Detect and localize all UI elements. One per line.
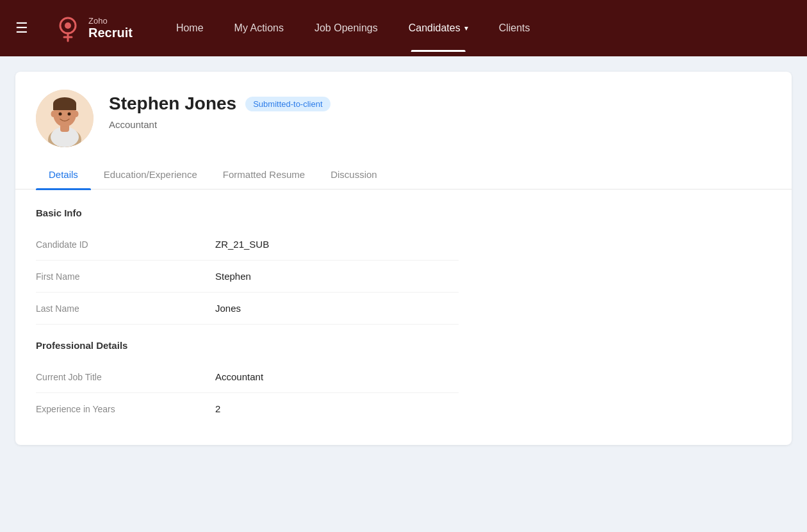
profile-name: Stephen Jones xyxy=(109,93,236,114)
svg-point-9 xyxy=(59,113,62,116)
field-value-first-name: Stephen xyxy=(215,271,251,282)
status-badge: Submitted-to-client xyxy=(245,97,330,111)
field-label-current-job-title: Current Job Title xyxy=(36,372,215,382)
svg-rect-8 xyxy=(53,104,76,110)
tab-details[interactable]: Details xyxy=(36,160,91,189)
professional-details-title: Professional Details xyxy=(36,340,771,351)
svg-point-1 xyxy=(65,22,71,29)
field-first-name: First Name Stephen xyxy=(36,261,459,293)
field-candidate-id: Candidate ID ZR_21_SUB xyxy=(36,229,459,261)
field-last-name: Last Name Jones xyxy=(36,293,459,325)
hamburger-menu[interactable]: ☰ xyxy=(15,20,28,36)
logo-zoho-text: Zoho xyxy=(88,17,133,26)
nav-job-openings[interactable]: Job Openings xyxy=(299,4,393,52)
svg-point-12 xyxy=(74,111,79,117)
field-value-last-name: Jones xyxy=(215,303,241,314)
field-label-candidate-id: Candidate ID xyxy=(36,239,215,250)
profile-name-row: Stephen Jones Submitted-to-client xyxy=(109,93,771,114)
profile-card: Stephen Jones Submitted-to-client Accoun… xyxy=(15,72,792,445)
avatar-image xyxy=(36,90,94,147)
nav-clients[interactable]: Clients xyxy=(484,4,546,52)
nav-my-actions[interactable]: My Actions xyxy=(219,4,299,52)
field-label-first-name: First Name xyxy=(36,271,215,282)
svg-point-10 xyxy=(68,113,71,116)
section-spacer xyxy=(36,325,771,340)
tabs: Details Education/Experience Formatted R… xyxy=(15,160,792,189)
nav-home[interactable]: Home xyxy=(161,4,219,52)
logo[interactable]: Zoho Recruit xyxy=(54,14,133,42)
nav-candidates[interactable]: Candidates ▾ xyxy=(393,4,484,52)
field-current-job-title: Current Job Title Accountant xyxy=(36,361,459,393)
chevron-down-icon: ▾ xyxy=(464,24,468,33)
main-content: Stephen Jones Submitted-to-client Accoun… xyxy=(0,56,807,460)
field-value-current-job-title: Accountant xyxy=(215,371,263,382)
field-value-candidate-id: ZR_21_SUB xyxy=(215,239,269,250)
profile-info: Stephen Jones Submitted-to-client Accoun… xyxy=(109,90,771,130)
tab-education-experience[interactable]: Education/Experience xyxy=(91,160,210,189)
tab-discussion[interactable]: Discussion xyxy=(318,160,390,189)
navbar: ☰ Zoho Recruit Home My Actions Job Openi… xyxy=(0,0,807,56)
field-label-experience-years: Experience in Years xyxy=(36,404,215,414)
nav-candidates-label: Candidates xyxy=(409,22,461,34)
field-value-experience-years: 2 xyxy=(215,403,220,414)
avatar xyxy=(36,90,94,147)
tab-formatted-resume[interactable]: Formatted Resume xyxy=(210,160,318,189)
profile-header: Stephen Jones Submitted-to-client Accoun… xyxy=(15,72,792,147)
basic-info-title: Basic Info xyxy=(36,207,771,218)
nav-links: Home My Actions Job Openings Candidates … xyxy=(161,4,792,52)
logo-recruit-text: Recruit xyxy=(88,26,133,40)
profile-title: Accountant xyxy=(109,119,771,130)
field-label-last-name: Last Name xyxy=(36,303,215,314)
detail-content: Basic Info Candidate ID ZR_21_SUB First … xyxy=(15,189,792,445)
field-experience-years: Experience in Years 2 xyxy=(36,393,459,424)
logo-icon xyxy=(54,14,82,42)
svg-point-11 xyxy=(51,111,56,117)
